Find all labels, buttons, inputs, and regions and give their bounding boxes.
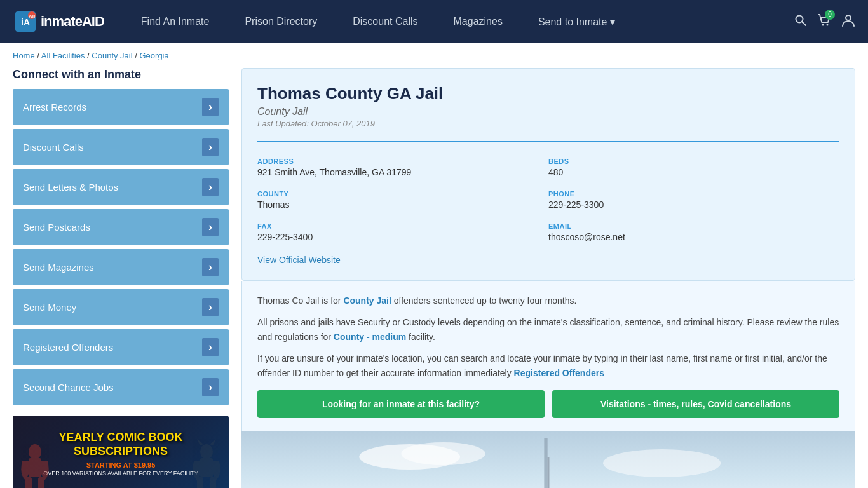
logo-text: inmateAID xyxy=(41,13,104,30)
sidebar-item-arrest-records[interactable]: Arrest Records › xyxy=(13,89,229,125)
svg-rect-15 xyxy=(197,477,203,488)
nav-magazines[interactable]: Magazines xyxy=(436,0,520,43)
beds-value: 480 xyxy=(548,167,829,177)
county-label: COUNTY xyxy=(257,190,538,198)
ad-sub2: OVER 100 VARIATIONS AVAILABLE FOR EVERY … xyxy=(43,470,198,477)
sidebar-item-second-chance[interactable]: Second Chance Jobs › xyxy=(13,369,229,405)
breadcrumb-all-facilities[interactable]: All Facilities xyxy=(41,51,85,60)
sidebar-item-send-money[interactable]: Send Money › xyxy=(13,289,229,325)
facility-card: Thomas County GA Jail County Jail Last U… xyxy=(241,68,855,281)
fax-label: FAX xyxy=(257,222,538,230)
svg-marker-18 xyxy=(210,439,216,445)
address-label: ADDRESS xyxy=(257,158,538,165)
sidebar-item-send-letters[interactable]: Send Letters & Photos › xyxy=(13,169,229,205)
arrow-icon: › xyxy=(202,138,219,156)
svg-rect-10 xyxy=(29,458,41,477)
user-icon[interactable] xyxy=(841,13,855,30)
svg-point-22 xyxy=(401,442,485,465)
logo[interactable]: iA All inmateAID xyxy=(13,9,104,34)
sidebar-item-send-postcards[interactable]: Send Postcards › xyxy=(13,209,229,245)
nav-discount-calls[interactable]: Discount Calls xyxy=(335,0,435,43)
nav-prison-directory[interactable]: Prison Directory xyxy=(227,0,335,43)
desc-para-1: Thomas Co Jail is for County Jail offend… xyxy=(257,294,839,308)
fax-value: 229-225-3400 xyxy=(257,232,538,242)
ad-banner[interactable]: YEARLY COMIC BOOKSUBSCRIPTIONS STARTING … xyxy=(13,416,229,488)
sidebar-item-label: Send Letters & Photos xyxy=(23,182,118,193)
facility-type: County Jail xyxy=(257,106,839,118)
nav-send-to-inmate[interactable]: Send to Inmate ▾ xyxy=(520,0,633,43)
action-buttons: Looking for an inmate at this facility? … xyxy=(257,390,839,418)
arrow-icon: › xyxy=(202,338,219,356)
county-block: COUNTY Thomas xyxy=(257,185,548,217)
svg-point-9 xyxy=(29,444,41,459)
phone-label: PHONE xyxy=(548,190,829,198)
facility-image xyxy=(241,431,855,488)
description-area: Thomas Co Jail is for County Jail offend… xyxy=(241,281,855,431)
desc-para-3: If you are unsure of your inmate's locat… xyxy=(257,351,839,380)
county-medium-link[interactable]: County - medium xyxy=(334,332,406,342)
sidebar-title: Connect with an Inmate xyxy=(13,68,229,81)
cart-count: 0 xyxy=(825,10,835,20)
main-layout: Connect with an Inmate Arrest Records › … xyxy=(0,68,868,488)
svg-rect-11 xyxy=(25,477,32,488)
sidebar-item-label: Arrest Records xyxy=(23,102,86,112)
email-label: EMAIL xyxy=(548,222,829,230)
sidebar-item-discount-calls[interactable]: Discount Calls › xyxy=(13,129,229,165)
svg-point-6 xyxy=(822,24,824,25)
breadcrumb: Home / All Facilities / County Jail / Ge… xyxy=(0,43,868,68)
svg-point-23 xyxy=(603,449,721,477)
info-grid: ADDRESS 921 Smith Ave, Thomasville, GA 3… xyxy=(257,141,839,250)
svg-point-7 xyxy=(827,24,829,25)
arrow-icon: › xyxy=(202,378,219,396)
sidebar: Connect with an Inmate Arrest Records › … xyxy=(13,68,229,488)
sidebar-item-label: Send Money xyxy=(23,302,76,313)
desc-para-2: All prisons and jails have Security or C… xyxy=(257,315,839,344)
breadcrumb-home[interactable]: Home xyxy=(13,51,35,60)
ad-subtitle: STARTING AT $19.95 xyxy=(86,461,156,469)
cart-icon[interactable]: 0 xyxy=(817,13,831,30)
county-jail-link-1[interactable]: County Jail xyxy=(343,295,391,306)
registered-offenders-link[interactable]: Registered Offenders xyxy=(514,368,604,378)
svg-rect-20 xyxy=(544,438,547,488)
svg-marker-17 xyxy=(197,439,203,445)
visitations-button[interactable]: Visitations - times, rules, Covid cancel… xyxy=(552,390,839,418)
official-website-link[interactable]: View Official Website xyxy=(257,255,341,265)
svg-line-5 xyxy=(803,22,806,25)
county-value: Thomas xyxy=(257,200,538,210)
svg-rect-14 xyxy=(200,458,213,477)
ad-title: YEARLY COMIC BOOKSUBSCRIPTIONS xyxy=(58,431,182,458)
svg-text:All: All xyxy=(29,13,35,19)
nav-find-inmate[interactable]: Find An Inmate xyxy=(123,0,227,43)
phone-value: 229-225-3300 xyxy=(548,200,829,210)
fax-block: FAX 229-225-3400 xyxy=(257,217,548,250)
facility-name: Thomas County GA Jail xyxy=(257,84,839,104)
sidebar-item-label: Registered Offenders xyxy=(23,342,113,353)
breadcrumb-state[interactable]: Georgia xyxy=(139,51,168,60)
arrow-icon: › xyxy=(202,178,219,196)
email-block: EMAIL thoscoso@rose.net xyxy=(548,217,839,250)
phone-block: PHONE 229-225-3300 xyxy=(548,185,839,217)
header-actions: 0 xyxy=(794,13,855,30)
find-inmate-button[interactable]: Looking for an inmate at this facility? xyxy=(257,390,545,418)
beds-label: BEDS xyxy=(548,158,829,165)
sidebar-item-registered-offenders[interactable]: Registered Offenders › xyxy=(13,329,229,365)
logo-icon: iA All xyxy=(13,9,38,34)
arrow-icon: › xyxy=(202,258,219,276)
address-block: ADDRESS 921 Smith Ave, Thomasville, GA 3… xyxy=(257,152,548,185)
svg-rect-19 xyxy=(241,431,855,488)
svg-point-8 xyxy=(846,15,851,20)
sidebar-item-label: Second Chance Jobs xyxy=(23,382,114,393)
facility-updated: Last Updated: October 07, 2019 xyxy=(257,119,839,128)
sidebar-item-send-magazines[interactable]: Send Magazines › xyxy=(13,249,229,285)
search-icon[interactable] xyxy=(794,14,807,30)
address-value: 921 Smith Ave, Thomasville, GA 31799 xyxy=(257,167,538,177)
sidebar-item-label: Send Magazines xyxy=(23,262,94,273)
arrow-icon: › xyxy=(202,98,219,116)
breadcrumb-county-jail[interactable]: County Jail xyxy=(92,51,132,60)
email-value: thoscoso@rose.net xyxy=(548,232,829,242)
main-header: iA All inmateAID Find An Inmate Prison D… xyxy=(0,0,868,43)
facility-content: Thomas County GA Jail County Jail Last U… xyxy=(241,68,855,488)
main-nav: Find An Inmate Prison Directory Discount… xyxy=(123,0,794,43)
svg-rect-12 xyxy=(38,477,44,488)
arrow-icon: › xyxy=(202,218,219,236)
